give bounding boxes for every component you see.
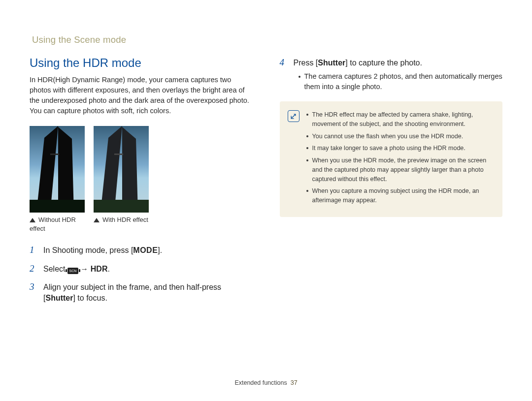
- step-3: 3 Align your subject in the frame, and t…: [30, 280, 253, 303]
- intro-paragraph: In HDR(High Dynamic Range) mode, your ca…: [30, 75, 253, 116]
- step-1: 1 In Shooting mode, press [MODE].: [30, 244, 253, 256]
- svg-rect-2: [50, 154, 59, 155]
- svg-rect-3: [30, 200, 85, 213]
- page-footer: Extended functions 37: [0, 379, 532, 386]
- tip-item: It may take longer to save a photo using…: [306, 144, 492, 153]
- scene-icon: SCN: [67, 268, 78, 274]
- tip-item: When you use the HDR mode, the preview i…: [306, 156, 492, 184]
- shutter-label: Shutter: [318, 59, 345, 67]
- right-column: 4 Press [Shutter] to capture the photo. …: [280, 56, 503, 309]
- note-panel: The HDR effect may be affected by camera…: [280, 101, 503, 217]
- step-4-sub-bullet: The camera captures 2 photos, and then a…: [299, 71, 503, 93]
- footer-section-name: Extended functions: [234, 379, 287, 386]
- caption-with-hdr: With HDR effect: [94, 216, 149, 233]
- tip-item: The HDR effect may be affected by camera…: [306, 110, 492, 129]
- step-number: 1: [30, 244, 38, 256]
- tip-item: When you capture a moving subject using …: [306, 186, 492, 205]
- hdr-label: HDR: [91, 265, 108, 273]
- page-number: 37: [291, 379, 298, 386]
- svg-marker-5: [122, 127, 138, 213]
- shutter-label: Shutter: [45, 294, 73, 302]
- step-4: 4 Press [Shutter] to capture the photo. …: [280, 56, 503, 93]
- arrow-up-icon: [94, 218, 100, 222]
- breadcrumb-header: Using the Scene mode: [30, 34, 502, 45]
- left-column: Using the HDR mode In HDR(High Dynamic R…: [30, 56, 253, 309]
- section-title: Using the HDR mode: [30, 56, 253, 70]
- mode-button-label: MODE: [133, 246, 158, 254]
- step-number: 3: [30, 280, 38, 303]
- step-number: 2: [30, 262, 38, 275]
- step-2: 2 Select SCN → HDR.: [30, 262, 253, 275]
- example-image-with-hdr: [94, 126, 149, 213]
- svg-marker-0: [36, 126, 58, 213]
- svg-rect-7: [94, 200, 149, 213]
- step-number: 4: [280, 56, 289, 93]
- svg-rect-6: [114, 154, 123, 155]
- tip-item: You cannot use the flash when you use th…: [306, 132, 492, 141]
- svg-marker-4: [100, 126, 122, 213]
- note-icon: [288, 110, 299, 122]
- arrow-up-icon: [30, 218, 35, 222]
- caption-without-hdr: Without HDR effect: [30, 216, 85, 233]
- example-image-without-hdr: [30, 126, 85, 213]
- svg-marker-1: [58, 127, 74, 213]
